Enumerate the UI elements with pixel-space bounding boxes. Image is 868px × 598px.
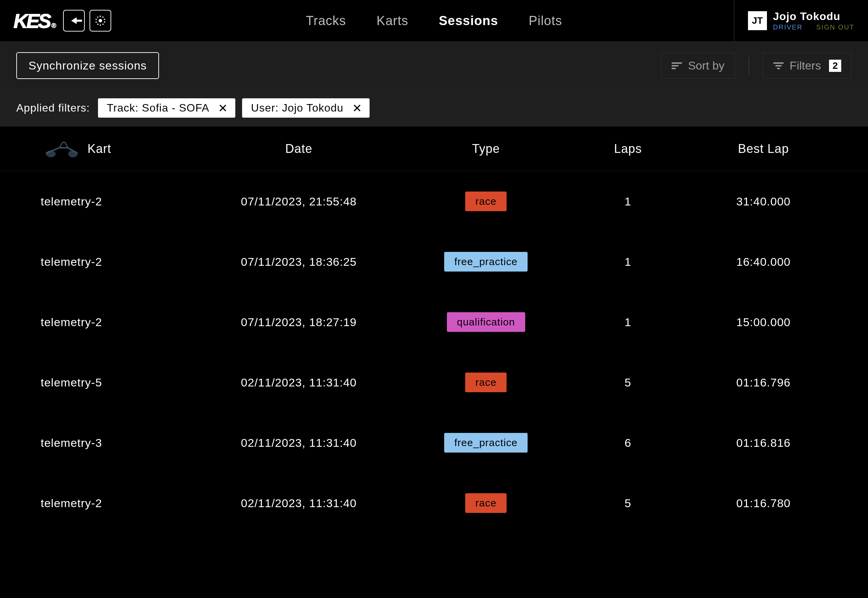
gear-icon <box>95 16 105 26</box>
cell-kart: telemetry-5 <box>41 376 196 389</box>
cell-type: free_practice <box>402 433 570 453</box>
cell-date: 07/11/2023, 18:27:19 <box>196 315 402 329</box>
nav-tracks[interactable]: Tracks <box>306 13 346 28</box>
back-button[interactable] <box>63 10 85 31</box>
nav-links: Tracks Karts Sessions Pilots <box>306 13 562 28</box>
header-laps[interactable]: Laps <box>570 142 686 156</box>
cell-type: qualification <box>402 312 570 332</box>
header-best-lap[interactable]: Best Lap <box>686 142 841 156</box>
nav-sessions[interactable]: Sessions <box>439 13 498 28</box>
cell-type: free_practice <box>402 252 570 272</box>
user-name: Jojo Tokodu <box>773 10 855 23</box>
table-row[interactable]: telemetry-207/11/2023, 18:36:25free_prac… <box>0 232 868 292</box>
table-row[interactable]: telemetry-502/11/2023, 11:31:40race501:1… <box>0 352 868 413</box>
sessions-table: Kart Date Type Laps Best Lap telemetry-2… <box>0 127 868 533</box>
top-nav: KES® Tracks Karts Sessions Pilots JT Joj… <box>0 0 868 42</box>
table-header: Kart Date Type Laps Best Lap <box>0 127 868 171</box>
filters-button[interactable]: Filters 2 <box>763 52 852 79</box>
cell-laps: 5 <box>570 376 686 389</box>
filter-chip: User: Jojo Tokodu✕ <box>242 98 370 118</box>
kart-icon <box>41 141 81 157</box>
cell-best-lap: 16:40.000 <box>686 255 841 269</box>
header-kart[interactable]: Kart <box>41 141 196 157</box>
cell-date: 02/11/2023, 11:31:40 <box>196 496 402 510</box>
sort-by-button[interactable]: Sort by <box>661 52 735 79</box>
close-icon[interactable]: ✕ <box>352 102 362 114</box>
sort-icon <box>672 62 682 69</box>
user-box: JT Jojo Tokodu DRIVER SIGN OUT <box>734 0 868 41</box>
filter-chip: Track: Sofia - SOFA✕ <box>98 98 235 118</box>
cell-best-lap: 01:16.796 <box>686 376 841 389</box>
table-row[interactable]: telemetry-207/11/2023, 18:27:19qualifica… <box>0 292 868 352</box>
toolbar-right: Sort by Filters 2 <box>661 52 852 79</box>
type-badge: qualification <box>447 312 525 332</box>
filter-chip-text: User: Jojo Tokodu <box>251 102 343 114</box>
applied-filters-label: Applied filters: <box>16 102 90 114</box>
cell-date: 02/11/2023, 11:31:40 <box>196 376 402 389</box>
header-date[interactable]: Date <box>196 142 402 156</box>
header-kart-label: Kart <box>87 142 111 156</box>
cell-laps: 5 <box>570 496 686 510</box>
arrow-left-icon <box>71 17 76 24</box>
cell-date: 07/11/2023, 18:36:25 <box>196 255 402 269</box>
cell-best-lap: 31:40.000 <box>686 195 841 208</box>
header-type[interactable]: Type <box>402 142 570 156</box>
cell-date: 07/11/2023, 21:55:48 <box>196 195 402 208</box>
filters-label: Filters <box>790 59 821 72</box>
filter-icon <box>774 62 784 69</box>
table-row[interactable]: telemetry-207/11/2023, 21:55:48race131:4… <box>0 171 868 232</box>
cell-kart: telemetry-2 <box>41 496 196 510</box>
filter-chip-text: Track: Sofia - SOFA <box>107 102 209 114</box>
avatar[interactable]: JT <box>748 11 767 30</box>
logo-reg-icon: ® <box>51 22 55 30</box>
logo-text: KES <box>13 9 50 32</box>
cell-kart: telemetry-2 <box>41 315 196 329</box>
svg-point-1 <box>68 151 78 157</box>
type-badge: race <box>465 493 507 513</box>
toolbar: Synchronize sessions Sort by Filters 2 <box>0 42 868 90</box>
logo[interactable]: KES® <box>13 9 55 32</box>
synchronize-sessions-button[interactable]: Synchronize sessions <box>16 52 159 79</box>
cell-laps: 1 <box>570 255 686 269</box>
cell-best-lap: 15:00.000 <box>686 315 841 329</box>
cell-type: race <box>402 191 570 211</box>
user-info: Jojo Tokodu DRIVER SIGN OUT <box>773 10 855 31</box>
applied-filters-bar: Applied filters: Track: Sofia - SOFA✕Use… <box>0 90 868 127</box>
cell-date: 02/11/2023, 11:31:40 <box>196 436 402 450</box>
cell-best-lap: 01:16.816 <box>686 436 841 450</box>
type-badge: free_practice <box>444 252 528 272</box>
cell-type: race <box>402 372 570 392</box>
cell-kart: telemetry-3 <box>41 436 196 450</box>
table-row[interactable]: telemetry-302/11/2023, 11:31:40free_prac… <box>0 413 868 473</box>
cell-laps: 1 <box>570 195 686 208</box>
filters-count-badge: 2 <box>829 60 841 72</box>
close-icon[interactable]: ✕ <box>218 102 228 114</box>
sign-out-link[interactable]: SIGN OUT <box>816 23 855 31</box>
type-badge: race <box>465 191 507 211</box>
theme-toggle-button[interactable] <box>90 10 111 31</box>
cell-type: race <box>402 493 570 513</box>
vertical-separator <box>749 57 749 74</box>
applied-filters-chips: Track: Sofia - SOFA✕User: Jojo Tokodu✕ <box>98 98 370 118</box>
cell-laps: 6 <box>570 436 686 450</box>
nav-pilots[interactable]: Pilots <box>528 13 562 28</box>
cell-best-lap: 01:16.780 <box>686 496 841 510</box>
sort-by-label: Sort by <box>688 59 724 72</box>
cell-kart: telemetry-2 <box>41 195 196 208</box>
type-badge: free_practice <box>444 433 528 453</box>
nav-karts[interactable]: Karts <box>377 13 409 28</box>
user-role: DRIVER <box>773 23 803 31</box>
cell-kart: telemetry-2 <box>41 255 196 269</box>
type-badge: race <box>465 372 507 392</box>
cell-laps: 1 <box>570 315 686 329</box>
table-row[interactable]: telemetry-202/11/2023, 11:31:40race501:1… <box>0 473 868 533</box>
